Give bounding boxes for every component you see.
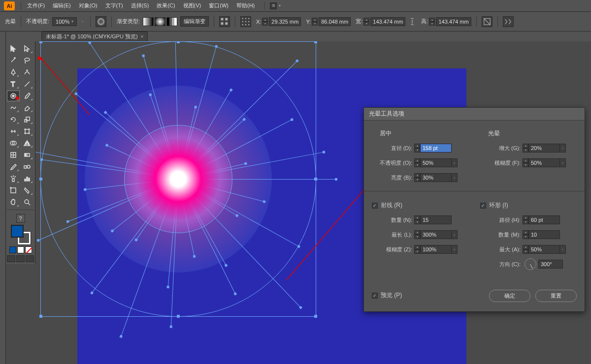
lasso-tool[interactable] — [21, 55, 33, 66]
draw-normal-icon[interactable] — [7, 255, 15, 262]
diameter-input[interactable] — [420, 144, 452, 152]
rings-checkbox[interactable]: ✓环形 (I) — [480, 201, 577, 210]
grow-slider-icon[interactable]: › — [560, 144, 566, 152]
halo-fuzz-slider-icon[interactable]: › — [560, 158, 566, 167]
opacity-input[interactable] — [420, 158, 452, 167]
eyedropper-tool[interactable] — [7, 161, 20, 172]
menu-object[interactable]: 对象(O) — [75, 2, 101, 9]
fill-stroke-swatch[interactable] — [11, 225, 31, 244]
more-icon[interactable] — [503, 16, 514, 27]
color-mode-icon[interactable] — [9, 246, 16, 253]
grow-input[interactable] — [528, 144, 560, 152]
link-wh-icon[interactable] — [408, 16, 416, 27]
opacity-popup-icon[interactable]: › — [82, 19, 83, 24]
opacity-slider-icon[interactable]: › — [452, 158, 458, 167]
menu-type[interactable]: 文字(T) — [101, 2, 127, 9]
help-button[interactable]: ? — [16, 214, 25, 223]
brightness-input[interactable] — [420, 173, 452, 182]
free-transform-tool[interactable] — [21, 126, 33, 137]
slice-tool[interactable] — [21, 185, 33, 196]
w-field[interactable]: 宽:▴▾143.474 mm — [354, 17, 405, 26]
align-icon[interactable] — [219, 16, 230, 27]
tab-close-icon[interactable]: × — [141, 34, 144, 39]
halo-fuzz-stepper[interactable]: ▴▾ — [523, 158, 528, 167]
menu-view[interactable]: 视图(V) — [179, 2, 205, 9]
blend-tool[interactable] — [21, 161, 33, 172]
menu-file[interactable]: 文件(F) — [23, 2, 49, 9]
pen-tool[interactable] — [7, 67, 20, 78]
largest-stepper[interactable]: ▴▾ — [523, 245, 528, 254]
draw-inside-icon[interactable] — [26, 255, 34, 262]
magic-wand-tool[interactable] — [7, 55, 20, 66]
rings-count-input[interactable] — [528, 230, 560, 239]
rotate-tool[interactable] — [7, 114, 20, 125]
reset-button[interactable]: 重置 — [535, 290, 577, 302]
direction-dial[interactable] — [525, 258, 536, 270]
grow-stepper[interactable]: ▴▾ — [523, 144, 528, 152]
gradient-mode-icon[interactable] — [17, 246, 24, 253]
line-segment-tool[interactable] — [21, 79, 33, 90]
curvature-tool[interactable] — [21, 67, 33, 78]
rays-count-stepper[interactable]: ▴▾ — [414, 215, 420, 224]
eraser-tool[interactable] — [21, 102, 33, 113]
path-input[interactable] — [528, 215, 560, 224]
rays-fuzz-slider-icon[interactable]: › — [452, 245, 458, 254]
rings-count-stepper[interactable]: ▴▾ — [523, 230, 528, 239]
largest-input[interactable] — [528, 245, 560, 254]
gradient-tool[interactable] — [21, 150, 33, 160]
h-field[interactable]: 高:▴▾143.474 mm — [419, 17, 471, 26]
isolate-icon[interactable] — [482, 16, 492, 27]
brightness-slider-icon[interactable]: › — [452, 173, 458, 182]
rays-checkbox[interactable]: ✓射线 (R) — [372, 201, 468, 210]
zoom-tool[interactable] — [21, 197, 33, 208]
workspace-switcher[interactable]: ⊞ ▾ — [270, 2, 281, 9]
direct-selection-tool[interactable] — [21, 43, 33, 54]
artboard-tool[interactable] — [7, 185, 20, 196]
rectangle-tool[interactable]: ★ — [7, 91, 20, 101]
rays-count-input[interactable] — [420, 215, 452, 224]
transform-icon[interactable] — [240, 16, 251, 27]
halo-fuzz-input[interactable] — [528, 158, 560, 167]
shaper-tool[interactable] — [7, 102, 20, 113]
opacity-stepper[interactable]: ▴▾ — [414, 158, 420, 167]
hand-tool[interactable] — [7, 197, 20, 208]
menu-effect[interactable]: 效果(C) — [153, 2, 179, 9]
width-tool[interactable] — [7, 126, 20, 137]
mesh-tool[interactable] — [7, 150, 20, 160]
recolor-icon[interactable] — [96, 16, 106, 27]
opacity-dropdown[interactable]: 100%▾ — [52, 17, 77, 26]
selection-tool[interactable] — [7, 43, 20, 54]
menu-edit[interactable]: 编辑(E) — [49, 2, 75, 9]
ok-button[interactable]: 确定 — [489, 290, 530, 302]
menu-help[interactable]: 帮助(H) — [232, 2, 259, 9]
draw-behind-icon[interactable] — [16, 255, 25, 262]
gradient-linear[interactable] — [143, 17, 154, 26]
gradient-radial[interactable] — [155, 17, 165, 26]
preview-checkbox[interactable]: ✓预览 (P) — [372, 291, 402, 300]
longest-slider-icon[interactable]: › — [452, 230, 458, 239]
rays-fuzz-stepper[interactable]: ▴▾ — [414, 245, 420, 254]
document-tab[interactable]: 未标题-1* @ 100% (CMYK/GPU 预览) × — [41, 31, 148, 41]
perspective-grid-tool[interactable] — [21, 138, 33, 149]
type-tool[interactable]: T — [7, 79, 20, 90]
menu-select[interactable]: 选择(S) — [127, 2, 153, 9]
edit-gradient-button[interactable]: 编辑渐变 — [180, 16, 209, 27]
none-mode-icon[interactable] — [25, 246, 32, 253]
rays-fuzz-input[interactable] — [420, 245, 452, 254]
longest-stepper[interactable]: ▴▾ — [414, 230, 420, 239]
brightness-stepper[interactable]: ▴▾ — [414, 173, 420, 182]
direction-input[interactable] — [538, 260, 563, 269]
largest-slider-icon[interactable]: › — [560, 245, 566, 254]
menu-window[interactable]: 窗口(W) — [205, 2, 232, 9]
shape-builder-tool[interactable] — [7, 138, 20, 149]
scale-tool[interactable] — [21, 114, 33, 125]
gradient-freeform[interactable] — [166, 17, 177, 26]
paintbrush-tool[interactable] — [21, 91, 33, 101]
symbol-sprayer-tool[interactable] — [7, 173, 20, 184]
column-graph-tool[interactable] — [21, 173, 33, 184]
y-field[interactable]: Y:▴▾86.048 mm — [304, 17, 351, 26]
path-stepper[interactable]: ▴▾ — [523, 215, 528, 224]
x-field[interactable]: X:▴▾29.325 mm — [254, 17, 301, 26]
diameter-stepper[interactable]: ▴▾ — [414, 144, 420, 152]
longest-input[interactable] — [420, 230, 452, 239]
